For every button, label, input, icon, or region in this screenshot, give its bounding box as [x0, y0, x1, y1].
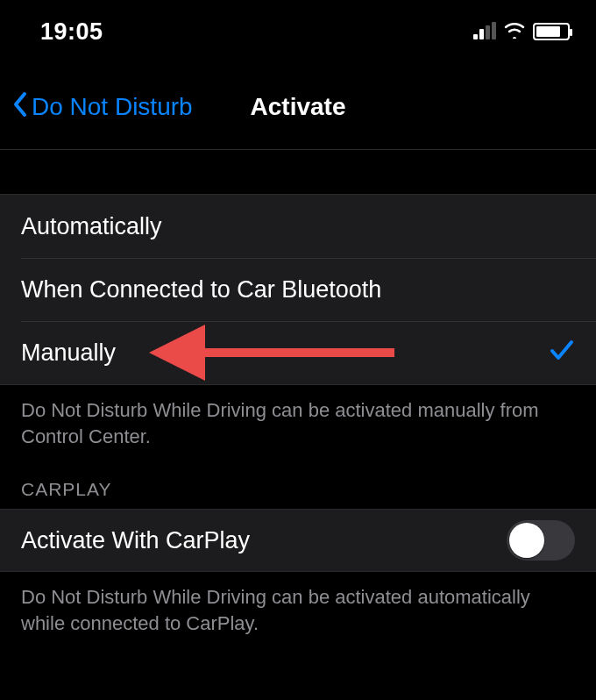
status-time: 19:05 [40, 18, 103, 46]
checkmark-icon [549, 336, 575, 370]
toggle-knob [509, 523, 544, 558]
option-label: Manually [21, 339, 116, 367]
battery-icon [533, 23, 570, 40]
activation-options-list: Automatically When Connected to Car Blue… [0, 195, 596, 385]
option-bluetooth[interactable]: When Connected to Car Bluetooth [0, 258, 596, 321]
chevron-left-icon [12, 91, 30, 124]
cellular-icon [473, 24, 496, 39]
group-spacer [0, 149, 596, 195]
wifi-icon [503, 21, 526, 42]
status-bar: 19:05 [0, 0, 596, 54]
carplay-section-header: CARPLAY [0, 449, 596, 509]
option-label: Automatically [21, 213, 162, 240]
activation-footer: Do Not Disturb While Driving can be acti… [0, 385, 596, 449]
navigation-bar: Do Not Disturb Activate [0, 81, 596, 133]
carplay-footer: Do Not Disturb While Driving can be acti… [0, 572, 596, 636]
back-button[interactable]: Do Not Disturb [12, 91, 193, 124]
status-icons [473, 21, 570, 42]
option-label: When Connected to Car Bluetooth [21, 276, 381, 304]
carplay-toggle-label: Activate With CarPlay [21, 527, 250, 554]
back-label: Do Not Disturb [32, 93, 193, 121]
option-automatically[interactable]: Automatically [0, 195, 596, 258]
carplay-toggle[interactable] [507, 520, 575, 561]
option-manually[interactable]: Manually [0, 321, 596, 384]
carplay-toggle-row[interactable]: Activate With CarPlay [0, 509, 596, 572]
page-title: Activate [251, 93, 346, 121]
